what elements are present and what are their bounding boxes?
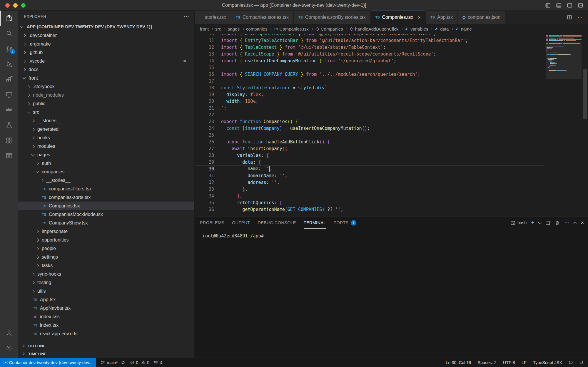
code-line-12[interactable]: 12import { TableContext } from '@/ui/tab… (195, 44, 544, 51)
new-terminal-icon[interactable]: + (531, 219, 534, 226)
tree-file-react-app-env.d.ts[interactable]: TSreact-app-env.d.ts (18, 329, 194, 338)
tree-file-CompaniesMockMode.tsx[interactable]: TSCompaniesMockMode.tsx (18, 210, 194, 219)
code-line-28[interactable]: 28 variables: { (195, 152, 544, 159)
breadcrumb-item-name[interactable]: name (455, 26, 472, 31)
maximize-window-button[interactable] (21, 3, 26, 8)
code-line-26[interactable]: 26 async function handleAddButtonClick()… (195, 138, 544, 145)
extensions-icon[interactable] (0, 72, 18, 87)
code-line-36[interactable]: 36 getOperationName(GET_COMPANIES) ?? ''… (195, 206, 544, 213)
encoding-status[interactable]: UTF-8 (503, 360, 515, 365)
tree-file-App.tsx[interactable]: TSApp.tsx (18, 295, 194, 304)
tree-folder-front[interactable]: front (18, 74, 194, 82)
panel-tab-ports[interactable]: PORTS1 (334, 217, 356, 229)
tree-folder-generated[interactable]: generated (18, 125, 194, 133)
tree-folder-src[interactable]: src (18, 108, 194, 116)
tree-folder-.devcontainer[interactable]: .devcontainer (18, 31, 194, 40)
code-line-22[interactable]: 22 (195, 111, 544, 118)
tree-folder-pages[interactable]: pages (18, 150, 194, 159)
tree-folder-companies[interactable]: companies (18, 167, 194, 176)
code-line-24[interactable]: 24 const [insertCompany] = useInsertOneC… (195, 125, 544, 132)
customize-layout-icon[interactable] (578, 3, 583, 8)
tree-folder-__stories__[interactable]: __stories__ (18, 116, 194, 125)
code-line-11[interactable]: 11import { EntityTableActionBar } from '… (195, 37, 544, 44)
tree-file-CompanyShow.tsx[interactable]: TSCompanyShow.tsx (18, 219, 194, 227)
explorer-section-header[interactable]: APP [CONTAINER DEV-TWENTY-DEV (DEV-TWENT… (18, 22, 194, 31)
panel-tab-debug-console[interactable]: DEBUG CONSOLE (258, 217, 296, 229)
code-line-21[interactable]: 21`; (195, 105, 544, 111)
code-line-17[interactable]: 17 (195, 78, 544, 84)
tree-folder-opportunities[interactable]: opportunities (18, 236, 194, 244)
code-editor[interactable]: 10import { WithTopBarContainer } from '@… (195, 34, 588, 217)
eol-status[interactable]: LF (522, 360, 527, 365)
panel-more-actions-icon[interactable]: ⋯ (564, 219, 569, 226)
outline-section-header[interactable]: OUTLINE (18, 342, 194, 350)
terminal-output[interactable]: root@0a42ecd84891:/app# (195, 229, 588, 239)
tree-file-companies-sorts.tsx[interactable]: TScompanies-sorts.tsx (18, 193, 194, 202)
close-tab-icon[interactable]: × (418, 15, 421, 20)
editor-more-actions-icon[interactable]: ⋯ (577, 14, 583, 21)
indentation-status[interactable]: Spaces: 2 (477, 360, 497, 365)
tree-folder-auth[interactable]: auth (18, 159, 194, 167)
code-line-18[interactable]: 18const StyledTableContainer = styled.di… (195, 84, 544, 91)
code-line-10[interactable]: 10import { WithTopBarContainer } from '@… (195, 34, 544, 37)
explorer-icon[interactable] (0, 11, 18, 26)
tree-file-index.tsx[interactable]: TSindex.tsx (18, 321, 194, 329)
testing-beaker-icon[interactable] (0, 118, 18, 133)
terminal-dropdown-chevron-icon[interactable] (539, 221, 541, 224)
editor-tab-stories.tsx[interactable]: stories.tsx (195, 11, 231, 24)
tree-folder-node_modules[interactable]: node_modules (18, 91, 194, 99)
source-control-icon[interactable]: 1 (0, 41, 18, 56)
tree-folder-.vscode[interactable]: .vscode (18, 57, 194, 65)
settings-gear-icon[interactable] (0, 341, 18, 356)
breadcrumb-item-companies[interactable]: companies (246, 26, 268, 31)
panel-tab-problems[interactable]: PROBLEMS (200, 217, 224, 229)
tree-file-AppNavbar.tsx[interactable]: TSAppNavbar.tsx (18, 304, 194, 312)
breadcrumb-item-data[interactable]: data (435, 26, 449, 31)
breadcrumb-item-Companies[interactable]: Companies (315, 26, 343, 31)
code-line-20[interactable]: 20 width: 100%; (195, 98, 544, 105)
tree-folder-.ergomake[interactable]: .ergomake (18, 40, 194, 48)
grid-view-icon[interactable] (0, 133, 18, 148)
terminal-shell-label[interactable]: bash (510, 220, 527, 225)
tree-folder-public[interactable]: public (18, 99, 194, 108)
editor-tab-companies.json[interactable]: {}companies.json (458, 11, 505, 24)
feedback-icon[interactable] (569, 360, 573, 365)
panel-tab-terminal[interactable]: TERMINAL (304, 217, 326, 229)
tree-folder-.github[interactable]: .github (18, 48, 194, 57)
tree-folder-impersonate[interactable]: impersonate (18, 227, 194, 236)
toggle-secondary-sidebar-icon[interactable] (567, 3, 572, 8)
toggle-primary-sidebar-icon[interactable] (545, 3, 551, 8)
search-icon[interactable] (0, 26, 18, 41)
git-branch-status[interactable]: main* (101, 360, 125, 365)
close-panel-icon[interactable]: × (581, 220, 584, 226)
breadcrumb-item-variables[interactable]: variables (405, 26, 428, 31)
panel-tab-output[interactable]: OUTPUT (232, 217, 250, 229)
run-debug-icon[interactable] (0, 56, 18, 72)
account-icon[interactable] (0, 325, 18, 341)
editor-tab-Companies.sortBy.stories.tsx[interactable]: TSCompanies.sortBy.stories.tsx (294, 11, 371, 24)
code-line-35[interactable]: 35 refetchQueries: [ (195, 199, 544, 206)
notifications-bell-icon[interactable] (579, 360, 584, 365)
close-window-button[interactable] (5, 3, 10, 8)
language-mode-status[interactable]: TypeScript JSX (533, 360, 562, 365)
tree-folder-modules[interactable]: modules (18, 142, 194, 150)
editor-tab-App.tsx[interactable]: TSApp.tsx (426, 11, 458, 24)
editor-tab-Companies.stories.tsx[interactable]: TSCompanies.stories.tsx (231, 11, 294, 24)
code-line-16[interactable]: 16import { SEARCH_COMPANY_QUERY } from '… (195, 71, 544, 78)
tree-folder-docs[interactable]: docs (18, 65, 194, 74)
code-line-31[interactable]: 31 domainName: '', (195, 172, 544, 179)
split-editor-icon[interactable] (567, 15, 572, 20)
breadcrumb-item-Companies.tsx[interactable]: TSCompanies.tsx (274, 26, 308, 31)
breadcrumb-item-handleAddButtonClick[interactable]: handleAddButtonClick (350, 26, 399, 31)
explorer-more-actions-icon[interactable]: ⋯ (184, 13, 189, 20)
breadcrumb-item-src[interactable]: src (215, 26, 221, 31)
toggle-panel-icon[interactable] (556, 3, 562, 8)
sync-icon[interactable] (121, 360, 125, 365)
tree-file-companies-filters.tsx[interactable]: TScompanies-filters.tsx (18, 185, 194, 193)
tree-folder-__stories__[interactable]: __stories__ (18, 176, 194, 185)
tree-file-index.css[interactable]: #index.css (18, 312, 194, 321)
breadcrumb-item-pages[interactable]: pages (228, 26, 240, 31)
docker-icon[interactable] (0, 102, 18, 118)
code-line-27[interactable]: 27 await insertCompany({ (195, 145, 544, 152)
code-line-32[interactable]: 32 address: '', (195, 179, 544, 186)
